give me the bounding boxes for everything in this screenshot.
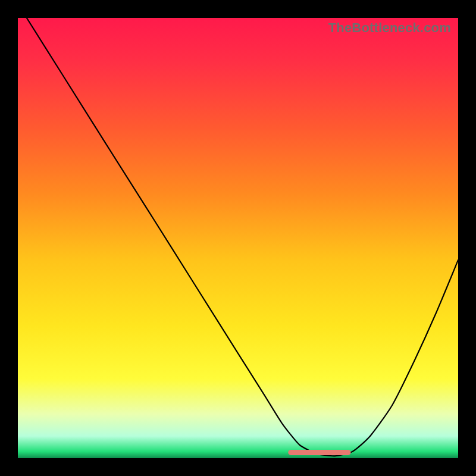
plot-area: TheBottleneck.com (18, 18, 458, 458)
watermark-text: TheBottleneck.com (328, 20, 451, 36)
bottleneck-curve (18, 18, 458, 458)
chart-frame: TheBottleneck.com (0, 0, 476, 476)
